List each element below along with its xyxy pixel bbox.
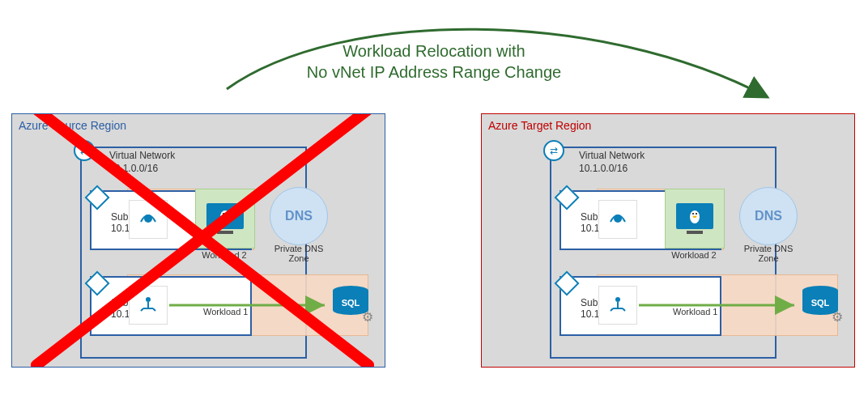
source-vnet-cidr: 10.1.0.0/16 bbox=[109, 163, 158, 174]
vnet-icon: ⇄ bbox=[543, 140, 564, 161]
svg-point-1 bbox=[146, 297, 151, 302]
private-endpoint-icon bbox=[129, 200, 168, 239]
diagram-canvas: Workload Relocation with No vNet IP Addr… bbox=[0, 0, 868, 408]
svg-point-11 bbox=[692, 213, 694, 215]
target-region-box: Azure Target Region ⇄ Virtual Network 10… bbox=[481, 113, 855, 368]
target-subnet-2: Subnet 10.1.2.0/24 bbox=[560, 276, 721, 336]
private-dns-zone-icon: DNS bbox=[739, 187, 798, 245]
workload1-label: Workload 1 bbox=[203, 307, 248, 317]
monitor-icon bbox=[206, 203, 244, 229]
private-dns-zone-icon: DNS bbox=[270, 187, 328, 245]
svg-point-8 bbox=[614, 215, 622, 223]
private-endpoint-icon bbox=[598, 286, 637, 325]
linux-penguin-icon bbox=[215, 206, 235, 226]
target-vnet-cidr: 10.1.0.0/16 bbox=[579, 163, 628, 174]
source-subnet-2: Subnet 10.1.2.0/24 bbox=[90, 276, 252, 336]
subnet-icon bbox=[88, 189, 106, 206]
workload2-label: Workload 2 bbox=[665, 250, 723, 260]
private-dns-zone-label: Private DNS Zone bbox=[268, 244, 330, 263]
private-endpoint-icon bbox=[129, 286, 168, 325]
source-region-title: Azure Source Region bbox=[19, 119, 126, 132]
svg-point-4 bbox=[226, 213, 228, 215]
source-region-box: Azure Source Region ⇄ Virtual Network 10… bbox=[11, 113, 385, 368]
workload2-label: Workload 2 bbox=[195, 250, 253, 260]
source-vnet-box: ⇄ Virtual Network 10.1.0.0/16 DNS Privat… bbox=[80, 147, 307, 359]
svg-point-9 bbox=[615, 297, 620, 302]
target-vnet-box: ⇄ Virtual Network 10.1.0.0/16 DNS Privat… bbox=[550, 147, 777, 359]
header-text: Workload Relocation with No vNet IP Addr… bbox=[256, 40, 612, 83]
gear-icon: ⚙ bbox=[832, 309, 843, 325]
private-dns-zone-label: Private DNS Zone bbox=[738, 244, 799, 263]
sql-database-icon: SQL ⚙ bbox=[802, 286, 838, 321]
header-line1: Workload Relocation with bbox=[256, 40, 612, 62]
linux-vm-icon bbox=[195, 189, 255, 249]
subnet-icon bbox=[88, 274, 106, 292]
svg-point-0 bbox=[144, 215, 152, 223]
gear-icon: ⚙ bbox=[362, 309, 373, 325]
subnet-icon bbox=[558, 189, 576, 206]
subnet-icon bbox=[558, 274, 576, 292]
svg-point-3 bbox=[223, 213, 224, 215]
source-vnet-name: Virtual Network bbox=[109, 150, 175, 161]
target-region-title: Azure Target Region bbox=[488, 119, 591, 132]
linux-penguin-icon bbox=[685, 206, 704, 226]
sql-database-icon: SQL ⚙ bbox=[333, 286, 368, 321]
vnet-icon: ⇄ bbox=[74, 140, 95, 161]
linux-vm-icon bbox=[665, 189, 725, 249]
svg-point-12 bbox=[696, 213, 697, 215]
workload1-label: Workload 1 bbox=[673, 307, 717, 317]
header-line2: No vNet IP Address Range Change bbox=[256, 62, 612, 83]
private-endpoint-icon bbox=[598, 200, 637, 239]
target-vnet-name: Virtual Network bbox=[579, 150, 645, 161]
monitor-icon bbox=[676, 203, 713, 229]
